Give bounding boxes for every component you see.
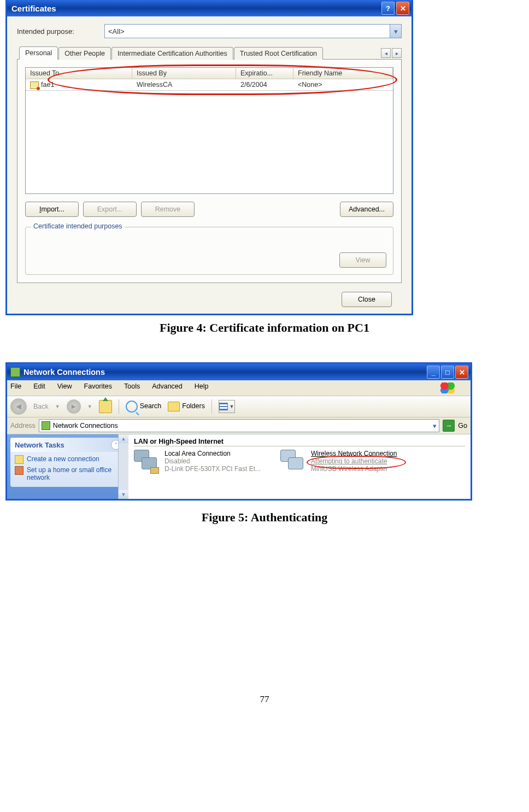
back-label: Back: [33, 403, 49, 410]
views-button[interactable]: ▼: [219, 400, 235, 413]
views-icon: [219, 403, 228, 410]
dialog-titlebar[interactable]: Certificates ? ✕: [7, 0, 412, 16]
view-button[interactable]: View: [339, 252, 386, 268]
task-icon: [15, 466, 23, 475]
menu-edit[interactable]: Edit: [33, 383, 45, 393]
cell-issued-by: WirelessCA: [132, 79, 236, 90]
address-label: Address: [10, 422, 36, 429]
separator-icon: [119, 399, 119, 414]
tab-trusted-root[interactable]: Trusted Root Certification: [234, 47, 323, 60]
close-dialog-button[interactable]: Close: [342, 292, 392, 307]
windows-logo-icon: [440, 383, 455, 393]
tab-scroll-right[interactable]: ▸: [392, 48, 402, 58]
menu-tools[interactable]: Tools: [124, 383, 140, 393]
lan-status: Disabled: [164, 457, 261, 465]
column-issued-by[interactable]: Issued By: [132, 68, 236, 79]
menu-help[interactable]: Help: [195, 383, 209, 393]
separator-icon: [211, 399, 212, 414]
column-friendly-name[interactable]: Friendly Name: [293, 68, 393, 79]
menu-view[interactable]: View: [57, 383, 72, 393]
help-button[interactable]: ?: [381, 2, 395, 15]
intended-purpose-value: <All>: [108, 27, 125, 36]
figure5-caption: Figure 5: Authenticating: [5, 510, 524, 525]
scroll-down-icon[interactable]: ▼: [119, 490, 128, 499]
chevron-down-icon: ▾: [390, 25, 401, 38]
page-number: 77: [5, 694, 524, 711]
group-label: Certificate intended purposes: [31, 222, 125, 230]
window-title: Network Connections: [23, 368, 105, 376]
network-icon: [42, 421, 50, 430]
up-button[interactable]: [99, 400, 112, 413]
address-bar: Address Network Connections ▾ → Go: [7, 417, 471, 434]
column-expiration[interactable]: Expiratio...: [236, 68, 293, 79]
tab-scroll-left[interactable]: ◂: [381, 48, 391, 58]
wireless-connection-icon: [280, 450, 307, 474]
cell-issued-to: fae1: [41, 81, 54, 89]
scroll-up-icon[interactable]: ▲: [119, 434, 128, 443]
wireless-status: Attempting to authenticate: [311, 457, 397, 465]
wireless-device: MiniUSB Wireless Adapter: [311, 465, 397, 473]
cell-friendly-name: <None>: [293, 79, 393, 90]
tab-strip: Personal Other People Intermediate Certi…: [17, 46, 402, 60]
figure4-caption: Figure 4: Certificate information on PC1: [5, 321, 524, 335]
task-icon: [15, 455, 23, 464]
search-button[interactable]: Search: [126, 401, 162, 413]
menu-file[interactable]: File: [10, 383, 21, 393]
tab-other-people[interactable]: Other People: [58, 47, 111, 60]
tab-intermediate-ca[interactable]: Intermediate Certification Authorities: [111, 47, 233, 60]
go-button[interactable]: →: [443, 420, 455, 432]
menu-favorites[interactable]: Favorites: [84, 383, 112, 393]
import-button[interactable]: Import...: [25, 202, 79, 217]
close-button[interactable]: ✕: [396, 2, 409, 15]
main-pane: LAN or High-Speed Internet Local Area Co…: [128, 434, 471, 499]
intended-purpose-select[interactable]: <All> ▾: [104, 24, 402, 38]
window-close-button[interactable]: ✕: [455, 366, 468, 379]
address-input[interactable]: Network Connections ▾: [39, 419, 439, 432]
window-titlebar[interactable]: Network Connections _ □ ✕: [7, 364, 471, 380]
certificates-list[interactable]: Issued To Issued By Expiratio... Friendl…: [25, 67, 393, 194]
toolbar: ◄ Back ▼ ► ▼ Search Folders ▼: [7, 396, 471, 417]
dialog-title: Certificates: [11, 4, 56, 13]
lan-connection-icon: [134, 450, 160, 474]
scrollbar[interactable]: ▲ ▼: [118, 434, 128, 499]
wireless-title: Wireless Network Connection: [311, 450, 397, 457]
connection-wireless[interactable]: Wireless Network Connection Attempting t…: [280, 450, 397, 474]
cell-expiration: 2/6/2004: [236, 79, 293, 90]
task-create-connection[interactable]: Create a new connection: [15, 455, 121, 464]
back-button[interactable]: ◄: [10, 398, 27, 415]
menu-advanced[interactable]: Advanced: [152, 383, 183, 393]
lan-group-header: LAN or High-Speed Internet: [134, 438, 465, 446]
export-button[interactable]: Export...: [83, 202, 137, 217]
remove-button[interactable]: Remove: [141, 202, 195, 217]
minimize-button[interactable]: _: [427, 366, 440, 379]
certificates-dialog: Certificates ? ✕ Intended purpose: <All>…: [5, 0, 413, 315]
certificate-row[interactable]: fae1 WirelessCA 2/6/2004 <None>: [26, 79, 393, 91]
column-issued-to[interactable]: Issued To: [26, 68, 132, 79]
address-value: Network Connections: [53, 422, 118, 429]
network-tasks-header[interactable]: Network Tasks ˆ: [10, 438, 125, 452]
connection-lan[interactable]: Local Area Connection Disabled D-Link DF…: [134, 450, 261, 474]
cert-purposes-group: Certificate intended purposes View: [25, 227, 393, 275]
intended-purpose-label: Intended purpose:: [17, 27, 104, 36]
network-connections-window: Network Connections _ □ ✕ File Edit View…: [5, 362, 472, 501]
menu-bar: File Edit View Favorites Tools Advanced …: [7, 380, 471, 396]
folder-icon: [168, 402, 180, 411]
advanced-button[interactable]: Advanced...: [340, 202, 393, 217]
task-setup-network[interactable]: Set up a home or small office network: [15, 466, 121, 481]
lan-device: D-Link DFE-530TX PCI Fast Et...: [164, 465, 261, 473]
network-icon: [10, 367, 20, 377]
go-label: Go: [458, 422, 467, 429]
tasks-panel: Network Tasks ˆ Create a new connection …: [7, 434, 128, 499]
search-icon: [126, 401, 138, 413]
lan-title: Local Area Connection: [164, 450, 261, 457]
maximize-button[interactable]: □: [441, 366, 454, 379]
tab-personal[interactable]: Personal: [19, 46, 58, 60]
forward-button[interactable]: ►: [67, 399, 81, 414]
certificate-icon: [30, 81, 39, 89]
tab-page: Issued To Issued By Expiratio... Friendl…: [17, 60, 402, 283]
folders-button[interactable]: Folders: [168, 402, 205, 411]
